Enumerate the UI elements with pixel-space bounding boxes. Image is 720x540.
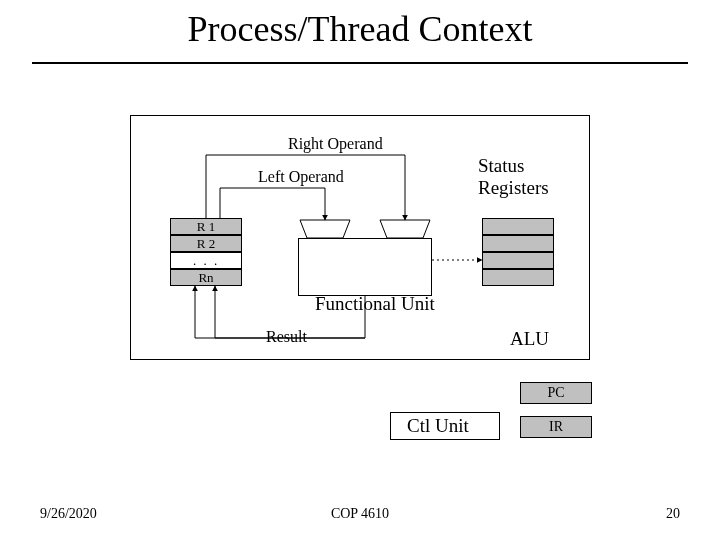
alu-label: ALU bbox=[510, 328, 549, 350]
slide: Process/Thread Context Right Operand Lef… bbox=[0, 0, 720, 540]
footer-page: 20 bbox=[666, 506, 680, 522]
slide-title: Process/Thread Context bbox=[0, 8, 720, 50]
register-r2: R 2 bbox=[170, 235, 242, 252]
ctl-unit-label: Ctl Unit bbox=[407, 415, 469, 437]
status-reg-4 bbox=[482, 269, 554, 286]
register-dots: . . . bbox=[170, 252, 242, 269]
pc-register: PC bbox=[520, 382, 592, 404]
ir-register: IR bbox=[520, 416, 592, 438]
status-registers-label: Status Registers bbox=[478, 155, 549, 199]
register-r1: R 1 bbox=[170, 218, 242, 235]
footer-course: COP 4610 bbox=[0, 506, 720, 522]
status-reg-3 bbox=[482, 252, 554, 269]
status-reg-1 bbox=[482, 218, 554, 235]
result-label: Result bbox=[266, 328, 307, 346]
status-reg-2 bbox=[482, 235, 554, 252]
register-rn: Rn bbox=[170, 269, 242, 286]
status-registers-text: Status Registers bbox=[478, 155, 549, 198]
functional-unit-label: Functional Unit bbox=[315, 293, 435, 315]
right-operand-label: Right Operand bbox=[288, 135, 383, 153]
functional-unit-box bbox=[298, 238, 432, 296]
title-underline bbox=[32, 62, 688, 64]
left-operand-label: Left Operand bbox=[258, 168, 344, 186]
